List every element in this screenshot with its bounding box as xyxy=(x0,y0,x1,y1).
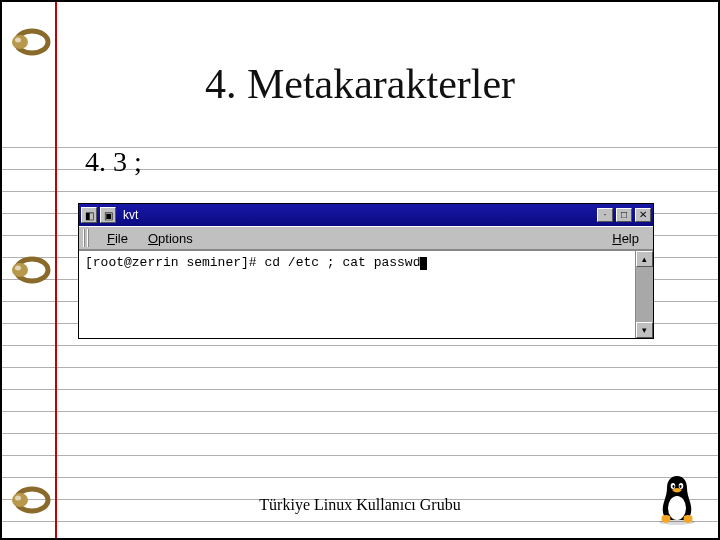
svg-point-4 xyxy=(12,263,28,277)
menu-file[interactable]: File xyxy=(97,229,138,248)
binder-ring-icon xyxy=(2,22,52,62)
scrollbar-track[interactable] xyxy=(636,267,653,322)
prompt-line: [root@zerrin seminer]# cd /etc ; cat pas… xyxy=(85,255,420,270)
close-button[interactable]: ✕ xyxy=(635,208,651,222)
svg-point-1 xyxy=(12,35,28,49)
menubar: File Options Help xyxy=(79,226,653,250)
section-label: 4. 3 ; xyxy=(85,146,142,178)
system-menu-icon[interactable]: ◧ xyxy=(81,207,97,223)
sticky-icon[interactable]: ▣ xyxy=(100,207,116,223)
tux-icon xyxy=(654,472,700,526)
svg-point-14 xyxy=(680,485,682,488)
svg-point-5 xyxy=(15,266,21,271)
terminal-body: [root@zerrin seminer]# cd /etc ; cat pas… xyxy=(79,250,653,338)
scroll-down-button[interactable]: ▾ xyxy=(636,322,653,338)
svg-point-2 xyxy=(15,38,21,43)
toolbar-grip-icon[interactable] xyxy=(83,229,91,247)
menu-help[interactable]: Help xyxy=(602,229,649,248)
svg-point-10 xyxy=(668,496,686,520)
terminal-window: ◧ ▣ kvt · □ ✕ File Options Help [root@ze… xyxy=(78,203,654,339)
menu-options[interactable]: Options xyxy=(138,229,203,248)
scrollbar[interactable]: ▴ ▾ xyxy=(635,251,653,338)
maximize-button[interactable]: □ xyxy=(616,208,632,222)
text-cursor-icon xyxy=(420,257,427,270)
binder-ring-icon xyxy=(2,250,52,290)
terminal-output[interactable]: [root@zerrin seminer]# cd /etc ; cat pas… xyxy=(79,251,635,338)
menu-options-label: ptions xyxy=(158,231,193,246)
window-titlebar[interactable]: ◧ ▣ kvt · □ ✕ xyxy=(79,204,653,226)
iconify-button[interactable]: · xyxy=(597,208,613,222)
slide-title: 4. Metakarakterler xyxy=(0,60,720,108)
scroll-up-button[interactable]: ▴ xyxy=(636,251,653,267)
svg-point-13 xyxy=(673,485,675,488)
window-title: kvt xyxy=(119,208,594,222)
menu-help-label: elp xyxy=(622,231,639,246)
menu-file-label: ile xyxy=(115,231,128,246)
footer-text: Türkiye Linux Kullanıcı Grubu xyxy=(0,496,720,514)
